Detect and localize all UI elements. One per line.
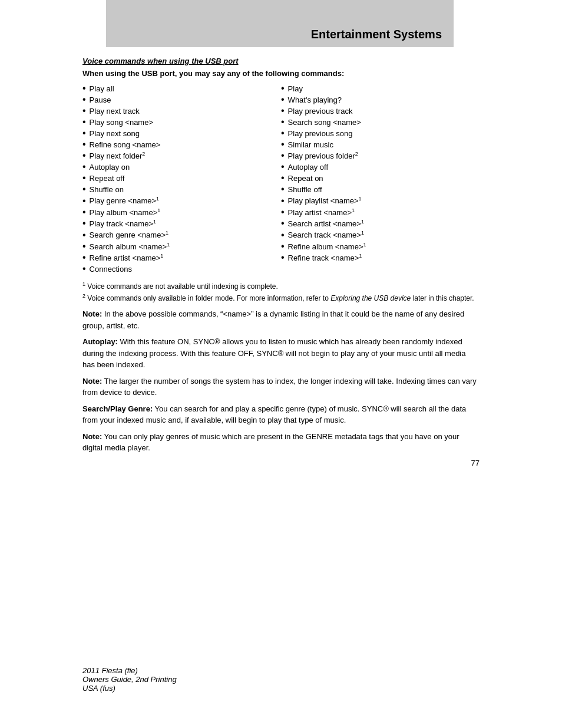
- bullet-item-left-9: •Shuffle on: [82, 185, 281, 194]
- bullet-text: Play previous track: [288, 107, 353, 116]
- bullet-sup: 1: [352, 207, 355, 213]
- bullet-sup: 1: [361, 219, 364, 225]
- bullet-item-left-4: •Play next song: [82, 129, 281, 138]
- bullet-sup: 2: [142, 151, 145, 157]
- bullet-text: Search album <name>1: [90, 242, 170, 251]
- bullet-dot: •: [281, 253, 285, 262]
- bullet-text: Play all: [90, 84, 114, 93]
- note-3: Search/Play Genre: You can search for an…: [82, 403, 480, 426]
- note-2: Note: The larger the number of songs the…: [82, 375, 480, 398]
- bullet-dot: •: [82, 117, 86, 127]
- bullet-text: What's playing?: [288, 95, 342, 104]
- footer: 2011 Fiesta (fie) Owners Guide, 2nd Prin…: [82, 666, 177, 693]
- bullet-dot: •: [281, 84, 285, 93]
- bullet-text: Refine track <name>1: [288, 253, 362, 262]
- bullet-text: Play next track: [90, 107, 140, 116]
- bullet-item-right-2: •Play previous track: [281, 106, 480, 116]
- bullet-text: Refine song <name>: [90, 140, 161, 149]
- bullet-dot: •: [82, 219, 86, 228]
- bullet-text: Play genre <name>1: [90, 196, 159, 205]
- bullet-text: Similar music: [288, 140, 333, 149]
- bullet-text: Play song <name>: [90, 118, 153, 127]
- bullet-text: Search track <name>1: [288, 230, 364, 239]
- bullet-item-left-3: •Play song <name>: [82, 117, 281, 127]
- bullet-dot: •: [281, 106, 285, 116]
- bullet-dot: •: [281, 173, 285, 183]
- bullet-sup: 1: [157, 207, 160, 213]
- footnote-0: 1 Voice commands are not available until…: [82, 281, 480, 291]
- bullet-dot: •: [82, 95, 86, 104]
- bullet-sup: 1: [361, 230, 364, 236]
- page-number: 77: [82, 459, 480, 467]
- note-label: Note:: [82, 377, 102, 386]
- bullet-item-left-5: •Refine song <name>: [82, 140, 281, 149]
- bullet-text: Play previous folder2: [288, 151, 358, 160]
- footer-line2: Owners Guide, 2nd Printing: [82, 675, 177, 684]
- bullet-dot: •: [82, 173, 86, 183]
- bullet-dot: •: [281, 95, 285, 104]
- bullet-dot: •: [82, 106, 86, 116]
- bullet-text: Play artist <name>1: [288, 207, 355, 217]
- page-container: Entertainment Systems Voice commands whe…: [0, 0, 562, 728]
- bullet-dot: •: [82, 230, 86, 240]
- footer-line1: 2011 Fiesta (fie): [82, 666, 177, 675]
- bullet-dot: •: [281, 151, 285, 160]
- footnote-num: 2: [82, 293, 85, 299]
- bullet-item-right-11: •Play artist <name>1: [281, 207, 480, 217]
- bullet-item-right-0: •Play: [281, 84, 480, 93]
- bullet-dot: •: [281, 117, 285, 127]
- bullet-text: Play playlist <name>1: [288, 196, 362, 205]
- bullet-sup: 1: [359, 253, 362, 259]
- bullet-item-left-2: •Play next track: [82, 106, 281, 116]
- bullet-item-right-15: •Refine track <name>1: [281, 253, 480, 262]
- note-label: Search/Play Genre:: [82, 404, 153, 413]
- bullet-item-left-14: •Search album <name>1: [82, 242, 281, 251]
- bullet-item-right-4: •Play previous song: [281, 129, 480, 138]
- bullet-dot: •: [82, 151, 86, 160]
- footnotes: 1 Voice commands are not available until…: [82, 281, 480, 302]
- bullet-dot: •: [82, 162, 86, 172]
- note-4: Note: You can only play genres of music …: [82, 431, 480, 454]
- content-area: Voice commands when using the USB port W…: [82, 47, 480, 454]
- bullet-dot: •: [82, 196, 86, 206]
- bullet-item-right-6: •Play previous folder2: [281, 151, 480, 160]
- bullet-dot: •: [82, 264, 86, 274]
- bullet-text: Shuffle on: [90, 185, 124, 194]
- bullet-item-left-13: •Search genre <name>1: [82, 230, 281, 239]
- bullet-col-left: •Play all•Pause•Play next track•Play son…: [82, 84, 281, 275]
- header-band: Entertainment Systems: [106, 0, 454, 47]
- footnote-num: 1: [82, 281, 85, 287]
- bullet-dot: •: [281, 140, 285, 149]
- bullet-dot: •: [281, 129, 285, 138]
- bullet-text: Pause: [90, 95, 111, 104]
- bullet-text: Search song <name>: [288, 118, 361, 127]
- footer-line3: USA (fus): [82, 684, 177, 693]
- bullet-text: Play next folder2: [90, 151, 146, 160]
- bullet-text: Refine album <name>1: [288, 242, 366, 251]
- note-1: Autoplay: With this feature ON, SYNC® al…: [82, 336, 480, 371]
- bullet-dot: •: [82, 185, 86, 194]
- bullet-text: Play track <name>1: [90, 219, 156, 228]
- bullet-text: Play: [288, 84, 303, 93]
- bullet-item-left-6: •Play next folder2: [82, 151, 281, 160]
- section-subheading: When using the USB port, you may say any…: [82, 69, 480, 78]
- bullet-text: Play album <name>1: [90, 207, 161, 217]
- bullet-item-right-3: •Search song <name>: [281, 117, 480, 127]
- note-label: Note:: [82, 309, 102, 318]
- notes-container: Note: In the above possible commands, “<…: [82, 308, 480, 454]
- bullet-dot: •: [281, 196, 285, 206]
- bullet-dot: •: [82, 129, 86, 138]
- bullet-item-right-1: •What's playing?: [281, 95, 480, 104]
- bullet-dot: •: [82, 207, 86, 217]
- bullet-dot: •: [281, 185, 285, 194]
- bullet-text: Search genre <name>1: [90, 230, 168, 239]
- bullet-text: Play next song: [90, 129, 140, 138]
- bullet-dot: •: [281, 207, 285, 217]
- bullet-dot: •: [82, 140, 86, 149]
- bullet-sup: 1: [167, 242, 170, 248]
- bullet-sup: 1: [166, 230, 168, 236]
- bullet-item-left-8: •Repeat off: [82, 173, 281, 183]
- bullet-text: Shuffle off: [288, 185, 322, 194]
- bullet-sup: 1: [153, 219, 156, 225]
- bullet-item-right-12: •Search artist <name>1: [281, 219, 480, 228]
